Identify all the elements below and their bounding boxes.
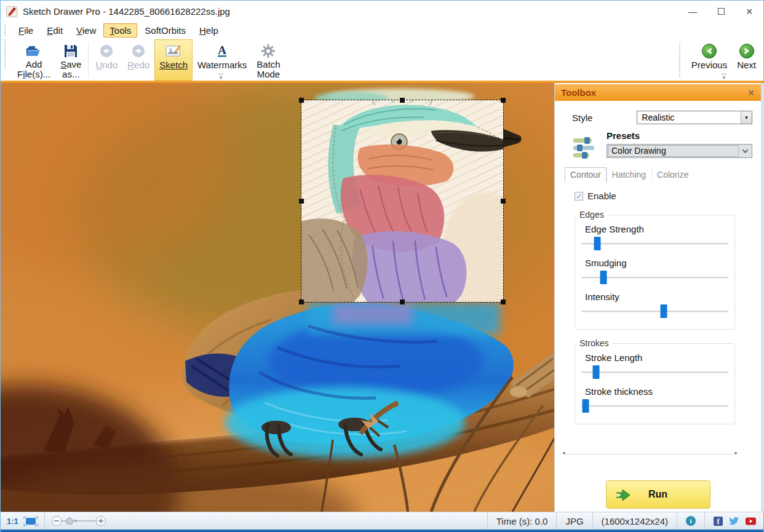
- add-files-folder-icon: [25, 42, 42, 60]
- presets-sliders-icon: [572, 135, 595, 160]
- toolbar-overflow-icon[interactable]: ▾: [217, 74, 225, 80]
- tab-hatching[interactable]: Hatching: [607, 167, 651, 183]
- slider-track[interactable]: [581, 371, 728, 373]
- youtube-icon[interactable]: [746, 517, 756, 525]
- app-logo-icon: [6, 6, 17, 17]
- toolbox-close-icon[interactable]: ✕: [747, 88, 755, 98]
- run-button[interactable]: Run: [606, 480, 710, 509]
- slider-thumb[interactable]: [592, 365, 599, 379]
- edge-strength-slider[interactable]: [581, 236, 728, 252]
- toolbox-panel: Toolbox ✕ Style Realistic ▼: [554, 83, 764, 512]
- sketch-button[interactable]: Sketch: [154, 39, 193, 81]
- menu-softorbits[interactable]: SoftOrbits: [138, 23, 192, 38]
- undo-icon: [99, 42, 114, 60]
- tab-contour[interactable]: Contour: [565, 167, 607, 183]
- stroke-length-label: Stroke Length: [585, 352, 730, 363]
- maximize-button[interactable]: [707, 1, 735, 22]
- menu-tools[interactable]: Tools: [103, 23, 137, 38]
- window-title: Sketch Drawer Pro - 1442285_80661628222s…: [23, 6, 230, 17]
- slider-thumb[interactable]: [594, 237, 601, 250]
- toolbox-title: Toolbox: [561, 87, 596, 98]
- smudging-label: Smudging: [585, 258, 730, 268]
- batch-mode-button[interactable]: Batch Mode: [252, 39, 285, 81]
- watermarks-letter-icon: A: [216, 42, 228, 60]
- style-value: Realistic: [637, 113, 674, 122]
- toolbar-drag-handle[interactable]: [4, 39, 7, 68]
- previous-icon: [701, 42, 717, 60]
- slider-track[interactable]: [581, 311, 728, 312]
- toolbox-header[interactable]: Toolbox ✕: [555, 84, 761, 101]
- svg-text:A: A: [218, 44, 226, 57]
- selection-handle-se[interactable]: [501, 300, 506, 304]
- save-floppy-icon: [64, 42, 78, 60]
- time-status: Time (s): 0.0: [487, 512, 557, 530]
- next-icon: [739, 42, 755, 60]
- strokes-group: Strokes Stroke Length Stroke thickness: [575, 343, 735, 424]
- sketch-preview: [301, 100, 503, 302]
- menu-edit[interactable]: Edit: [41, 23, 69, 38]
- selection-handle-s[interactable]: [400, 300, 405, 304]
- stroke-thickness-slider[interactable]: [581, 398, 728, 414]
- info-cell[interactable]: i: [677, 512, 704, 530]
- save-as-button[interactable]: Save as...: [55, 39, 86, 81]
- dimensions-status: (1600x1242x24): [592, 512, 677, 530]
- enable-checkbox[interactable]: ✓: [575, 192, 583, 200]
- edges-group-label: Edges: [576, 210, 607, 220]
- slider-thumb[interactable]: [660, 304, 667, 318]
- style-label: Style: [572, 113, 592, 123]
- selection-handle-ne[interactable]: [501, 98, 506, 103]
- menu-help[interactable]: Help: [193, 23, 225, 38]
- fit-to-screen-icon[interactable]: [23, 516, 38, 526]
- sketch-picture-pencil-icon: [165, 42, 182, 60]
- redo-icon: [131, 42, 146, 60]
- sketch-selection-region[interactable]: [301, 100, 504, 303]
- maximize-icon: [718, 8, 725, 15]
- style-dropdown[interactable]: Realistic ▼: [637, 111, 752, 124]
- slider-thumb[interactable]: [583, 399, 589, 413]
- menu-file[interactable]: File: [12, 23, 39, 38]
- twitter-icon[interactable]: [729, 517, 739, 525]
- toolbar-overflow-right-icon[interactable]: ▾: [720, 74, 728, 80]
- slider-track[interactable]: [581, 243, 728, 245]
- selection-handle-nw[interactable]: [299, 98, 304, 103]
- zoom-ratio-button[interactable]: 1:1: [7, 517, 18, 526]
- presets-label: Presets: [607, 130, 752, 141]
- toolbar-separator-right: [679, 43, 680, 77]
- run-label: Run: [648, 489, 667, 500]
- undo-button[interactable]: Undo: [90, 39, 122, 81]
- info-icon[interactable]: i: [686, 516, 696, 526]
- panel-splitter[interactable]: [565, 454, 735, 455]
- enable-label: Enable: [587, 191, 616, 201]
- close-button[interactable]: ✕: [735, 1, 763, 22]
- toolbar-separator: [88, 43, 89, 77]
- selection-handle-n[interactable]: [400, 98, 405, 103]
- selection-handle-sw[interactable]: [299, 300, 304, 304]
- title-bar: Sketch Drawer Pro - 1442285_80661628222s…: [1, 1, 763, 22]
- presets-dropdown[interactable]: Color Drawing: [607, 144, 752, 158]
- batch-gear-icon: [261, 42, 276, 60]
- zoom-slider[interactable]: [45, 512, 113, 530]
- image-canvas[interactable]: [1, 83, 554, 512]
- presets-dropdown-chevron-icon[interactable]: [738, 145, 752, 157]
- smudging-slider[interactable]: [581, 269, 728, 285]
- menubar-drag-handle[interactable]: [4, 25, 7, 36]
- menu-view[interactable]: View: [70, 23, 102, 38]
- style-dropdown-arrow-icon[interactable]: ▼: [741, 111, 752, 124]
- selection-handle-w[interactable]: [299, 199, 304, 204]
- edges-group: Edges Edge Strength Smudging Intensity: [575, 215, 735, 330]
- edge-strength-label: Edge Strength: [585, 224, 730, 234]
- toolbar: Add File(s)... Save as...: [1, 38, 763, 81]
- minimize-button[interactable]: —: [678, 1, 707, 22]
- intensity-slider[interactable]: [581, 303, 728, 319]
- tab-colorize[interactable]: Colorize: [651, 167, 694, 183]
- selection-handle-e[interactable]: [501, 199, 506, 204]
- redo-button[interactable]: Redo: [122, 39, 154, 81]
- slider-thumb[interactable]: [600, 271, 607, 284]
- facebook-icon[interactable]: f: [714, 517, 723, 526]
- next-button[interactable]: Next: [732, 39, 761, 81]
- stroke-length-slider[interactable]: [581, 364, 728, 380]
- slider-track[interactable]: [581, 405, 728, 407]
- add-files-button[interactable]: Add File(s)...: [12, 39, 55, 81]
- toolbox-tabs: Contour Hatching Colorize: [565, 167, 761, 183]
- status-bar: 1:1 Time (s):: [1, 512, 763, 532]
